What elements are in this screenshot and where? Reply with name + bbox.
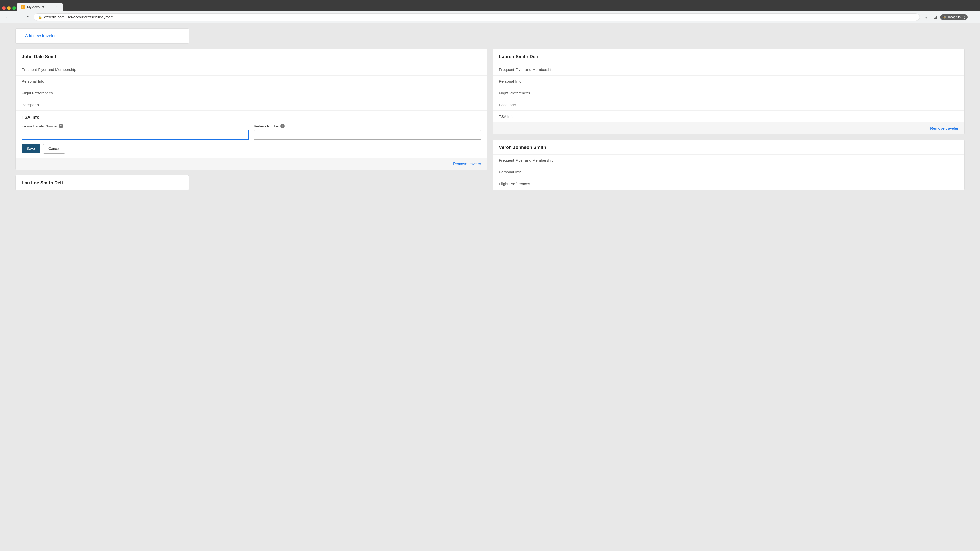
traveler-grid: John Dale Smith Frequent Flyer and Membe… <box>15 49 965 190</box>
nav-bar: ← → ↻ 🔒 expedia.com/user/account/?&selc=… <box>0 11 980 23</box>
known-traveler-help-icon[interactable]: ? <box>59 124 63 128</box>
traveler-card-lau: Lau Lee Smith Deli <box>15 175 189 190</box>
refresh-button[interactable]: ↻ <box>24 13 32 21</box>
active-tab[interactable]: e My Account × <box>17 3 63 11</box>
traveler-card-lauren: Lauren Smith Deli Frequent Flyer and Mem… <box>493 49 965 135</box>
incognito-badge: 🕵 Incognito (2) <box>940 14 968 20</box>
section-frequent-flyer-john[interactable]: Frequent Flyer and Membership <box>16 64 487 76</box>
incognito-icon: 🕵 <box>943 15 947 19</box>
bookmark-button[interactable]: ☆ <box>922 13 930 21</box>
page-content: + Add new traveler John Dale Smith Frequ… <box>0 23 980 195</box>
traveler-card-john: John Dale Smith Frequent Flyer and Membe… <box>15 49 487 170</box>
remove-traveler-link-john[interactable]: Remove traveler <box>453 162 481 166</box>
redress-field: Redress Number ? <box>254 124 481 140</box>
section-personal-info-john[interactable]: Personal Info <box>16 76 487 87</box>
remove-traveler-row-john: Remove traveler <box>16 158 487 170</box>
tsa-info-section-john: TSA Info Known Traveler Number ? Redress… <box>16 111 487 158</box>
address-bar[interactable]: 🔒 expedia.com/user/account/?&selc=paymen… <box>34 13 920 21</box>
profile-button[interactable]: ⊡ <box>931 13 939 21</box>
traveler-name-veron: Veron Johnson Smith <box>493 140 964 155</box>
address-text: expedia.com/user/account/?&selc=payment <box>44 15 915 19</box>
known-traveler-field: Known Traveler Number ? <box>22 124 249 140</box>
nav-actions: ☆ ⊡ 🕵 Incognito (2) ⋮ <box>922 13 977 21</box>
section-flight-prefs-veron[interactable]: Flight Preferences <box>493 178 964 190</box>
remove-traveler-link-lauren[interactable]: Remove traveler <box>930 126 958 130</box>
forward-button[interactable]: → <box>13 13 21 21</box>
redress-help-icon[interactable]: ? <box>280 124 285 128</box>
right-column: Lauren Smith Deli Frequent Flyer and Mem… <box>493 49 965 190</box>
known-traveler-input[interactable] <box>22 130 249 140</box>
traveler-card-veron: Veron Johnson Smith Frequent Flyer and M… <box>493 140 965 190</box>
remove-traveler-row-lauren: Remove traveler <box>493 122 964 134</box>
tsa-fields: Known Traveler Number ? Redress Number ? <box>22 124 481 140</box>
section-frequent-flyer-veron[interactable]: Frequent Flyer and Membership <box>493 155 964 166</box>
add-new-traveler-link[interactable]: + Add new traveler <box>22 34 56 38</box>
more-menu-button[interactable]: ⋮ <box>969 13 977 21</box>
section-personal-info-lauren[interactable]: Personal Info <box>493 76 964 87</box>
section-personal-info-veron[interactable]: Personal Info <box>493 166 964 178</box>
redress-label: Redress Number ? <box>254 124 481 128</box>
tab-title: My Account <box>27 5 52 9</box>
new-tab-button[interactable]: + <box>64 2 71 11</box>
close-tab-button[interactable]: × <box>55 5 59 9</box>
save-button[interactable]: Save <box>22 144 40 153</box>
tsa-actions: Save Cancel <box>22 144 481 154</box>
traveler-name-john: John Dale Smith <box>16 49 487 64</box>
tab-bar: e My Account × + <box>0 0 980 11</box>
incognito-label: Incognito (2) <box>948 15 965 19</box>
section-tsa-info-lauren[interactable]: TSA Info <box>493 111 964 122</box>
redress-input[interactable] <box>254 130 481 140</box>
traveler-name-lauren: Lauren Smith Deli <box>493 49 964 64</box>
lock-icon: 🔒 <box>38 15 42 19</box>
section-passports-john[interactable]: Passports <box>16 99 487 111</box>
left-column: John Dale Smith Frequent Flyer and Membe… <box>15 49 487 190</box>
section-flight-prefs-john[interactable]: Flight Preferences <box>16 87 487 99</box>
section-passports-lauren[interactable]: Passports <box>493 99 964 111</box>
section-frequent-flyer-lauren[interactable]: Frequent Flyer and Membership <box>493 64 964 76</box>
back-button[interactable]: ← <box>3 13 11 21</box>
section-flight-prefs-lauren[interactable]: Flight Preferences <box>493 87 964 99</box>
known-traveler-label: Known Traveler Number ? <box>22 124 249 128</box>
tsa-section-title: TSA Info <box>22 115 481 120</box>
traveler-name-lau: Lau Lee Smith Deli <box>16 175 189 190</box>
cancel-button[interactable]: Cancel <box>43 144 65 154</box>
tab-favicon: e <box>21 5 25 9</box>
add-traveler-card: + Add new traveler <box>15 28 189 44</box>
